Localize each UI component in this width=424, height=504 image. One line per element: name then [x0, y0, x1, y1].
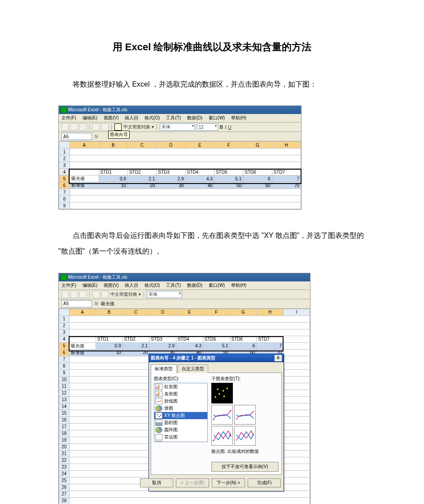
menu-format[interactable]: 格式(O) [144, 114, 161, 122]
col-B[interactable]: B [99, 142, 127, 149]
col-G[interactable]: G [243, 142, 272, 149]
menu-format[interactable]: 格式(O) [144, 282, 161, 289]
select-all-corner[interactable] [59, 142, 70, 149]
col-D[interactable]: D [157, 142, 185, 149]
menu-window[interactable]: 窗口(W) [208, 282, 226, 289]
row-14[interactable]: 14 [59, 403, 70, 410]
chart-type-pie[interactable]: 饼图 [154, 405, 207, 412]
col-A[interactable]: A [69, 309, 96, 316]
cell-F5[interactable]: 5.1 [214, 175, 243, 182]
cell-D6[interactable]: 30 [157, 182, 185, 189]
row-21[interactable]: 21 [59, 450, 70, 457]
row-8[interactable]: 8 [59, 363, 70, 369]
row-17[interactable]: 17 [59, 423, 70, 430]
cell-A6[interactable]: 标准值 [69, 349, 96, 356]
font-size-combo[interactable]: 12 [197, 123, 218, 131]
row-2[interactable]: 2 [59, 322, 70, 329]
menu-window[interactable]: 窗口(W) [208, 114, 226, 122]
cell-F6[interactable]: 50 [214, 182, 243, 189]
chart-type-bar[interactable]: 条形图 [154, 390, 207, 398]
row-6[interactable]: 6 [59, 349, 70, 356]
dialog-cancel-button[interactable]: 取消 [140, 478, 173, 487]
cell-H6[interactable]: 70 [272, 182, 301, 189]
row-15[interactable]: 15 [59, 410, 70, 416]
tab-standard-types[interactable]: 标准类型 [151, 364, 177, 373]
cell-H4[interactable]: STD7 [272, 169, 301, 175]
new-button-icon[interactable] [61, 123, 69, 131]
row-3[interactable]: 3 [59, 162, 70, 169]
row-22[interactable]: 22 [59, 457, 70, 464]
cell-C4[interactable]: STD2 [122, 336, 149, 342]
cell-E5[interactable]: 4.3 [176, 342, 203, 349]
cell-F4[interactable]: STD5 [203, 336, 230, 342]
row-7[interactable]: 7 [59, 356, 70, 363]
fx-icon[interactable]: fx [95, 134, 98, 139]
cell-B4[interactable]: STD1 [96, 336, 122, 342]
cell-H5[interactable]: 7 [257, 342, 284, 349]
row-5[interactable]: 5 [59, 342, 70, 349]
chart-type-surface[interactable]: 曲面图 [154, 441, 207, 442]
menu-view[interactable]: 视图(V) [103, 282, 119, 289]
subtype-scatter-smooth-markers[interactable] [211, 405, 233, 425]
row-1[interactable]: 1 [59, 316, 70, 322]
row-12[interactable]: 12 [59, 390, 70, 396]
row-2[interactable]: 2 [59, 155, 70, 162]
menu-help[interactable]: 帮助(H) [230, 282, 247, 289]
menu-view[interactable]: 视图(V) [103, 114, 119, 122]
open-button-icon[interactable] [70, 291, 78, 298]
dialog-next-button[interactable]: 下一步(N) > [212, 478, 245, 487]
cell-C4[interactable]: STD2 [127, 169, 156, 175]
dialog-close-button[interactable]: X [275, 355, 282, 361]
row-5[interactable]: 5 [59, 175, 70, 182]
cell-C6[interactable]: 20 [127, 182, 156, 189]
cell-F4[interactable]: STD5 [214, 169, 243, 175]
print-button-icon[interactable] [92, 123, 100, 131]
cell-D4[interactable]: STD3 [157, 169, 185, 175]
menu-insert[interactable]: 插入(I) [124, 114, 139, 122]
cell-A4[interactable] [70, 169, 99, 175]
cell-A5[interactable]: 吸光值 [70, 175, 99, 182]
row-23[interactable]: 23 [59, 464, 70, 470]
row-25[interactable]: 25 [59, 477, 70, 484]
font-combo-2[interactable]: 宋体 [147, 291, 182, 298]
chart-type-line[interactable]: 折线图 [154, 398, 207, 405]
dialog-titlebar[interactable]: 图表向导 - 4 步骤之 1 - 图表类型 X [149, 354, 284, 362]
col-G[interactable]: G [230, 309, 257, 316]
row-16[interactable]: 16 [59, 416, 70, 423]
cell-B5[interactable]: 0.9 [96, 342, 122, 349]
tab-custom-types[interactable]: 自定义类型 [178, 364, 208, 373]
cell-E4[interactable]: STD4 [176, 336, 203, 342]
col-F[interactable]: F [214, 142, 243, 149]
chart-type-area[interactable]: 面积图 [154, 419, 207, 426]
dialog-back-button[interactable]: < 上一步(B) [176, 478, 209, 487]
lang-convert-button[interactable]: 中文简繁转换 ▾ [123, 124, 154, 130]
row-11[interactable]: 11 [59, 383, 70, 390]
cell-H5[interactable]: 7 [272, 175, 301, 182]
worksheet-grid[interactable]: A B C D E F G H 1 2 3 4 STD1 STD2 STD [59, 141, 301, 209]
menu-help[interactable]: 帮助(H) [230, 114, 247, 122]
open-button-icon[interactable] [70, 123, 78, 131]
cell-G6[interactable]: 60 [243, 182, 272, 189]
row-7[interactable]: 7 [59, 189, 70, 196]
col-C[interactable]: C [127, 142, 156, 149]
row-19[interactable]: 19 [59, 437, 70, 443]
chart-type-doughnut[interactable]: 圆环图 [154, 426, 207, 434]
chart-wizard-button-icon[interactable] [114, 123, 122, 131]
col-A[interactable]: A [70, 142, 99, 149]
save-button-icon[interactable] [79, 291, 87, 298]
menu-file[interactable]: 文件(F) [61, 282, 77, 289]
row-24[interactable]: 24 [59, 470, 70, 477]
row-26[interactable]: 26 [59, 484, 70, 491]
fx-icon[interactable]: fx [95, 301, 98, 306]
col-H[interactable]: H [272, 142, 301, 149]
row-1[interactable]: 1 [59, 149, 70, 155]
col-F[interactable]: F [203, 309, 230, 316]
row-3[interactable]: 3 [59, 329, 70, 336]
cell-B5[interactable]: 0.9 [99, 175, 127, 182]
chart-type-radar[interactable]: 雷达图 [154, 434, 207, 441]
row-28[interactable]: 28 [59, 497, 70, 504]
row-4[interactable]: 4 [59, 169, 70, 175]
cell-B4[interactable]: STD1 [99, 169, 127, 175]
cell-E5[interactable]: 4.3 [185, 175, 214, 182]
row-9[interactable]: 9 [59, 369, 70, 376]
